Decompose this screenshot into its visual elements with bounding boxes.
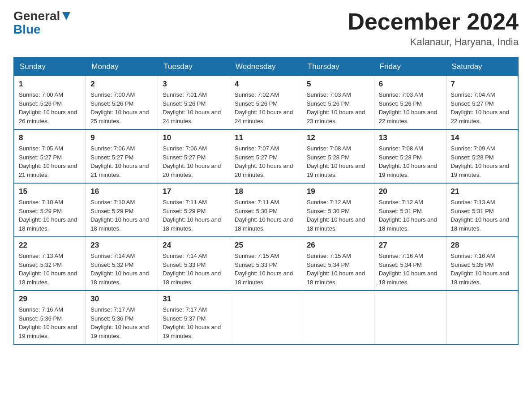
calendar-cell: 13 Sunrise: 7:08 AM Sunset: 5:28 PM Dayl…	[374, 129, 446, 183]
sunset-label: Sunset: 5:26 PM	[19, 100, 62, 107]
day-info: Sunrise: 7:03 AM Sunset: 5:26 PM Dayligh…	[307, 90, 369, 125]
daylight-label: Daylight: 10 hours and 19 minutes.	[307, 163, 365, 178]
daylight-label: Daylight: 10 hours and 19 minutes.	[163, 324, 221, 339]
day-number: 24	[163, 241, 225, 250]
daylight-label: Daylight: 10 hours and 22 minutes.	[451, 109, 509, 124]
calendar-cell: 14 Sunrise: 7:09 AM Sunset: 5:28 PM Dayl…	[446, 129, 518, 183]
daylight-label: Daylight: 10 hours and 19 minutes.	[90, 324, 149, 339]
daylight-label: Daylight: 10 hours and 20 minutes.	[235, 163, 293, 178]
day-number: 1	[19, 80, 81, 89]
day-number: 17	[163, 187, 225, 196]
month-title: December 2024	[348, 9, 519, 34]
day-number: 6	[379, 80, 442, 89]
daylight-label: Daylight: 10 hours and 21 minutes.	[90, 163, 149, 178]
daylight-label: Daylight: 10 hours and 21 minutes.	[19, 163, 77, 178]
daylight-label: Daylight: 10 hours and 18 minutes.	[307, 270, 365, 286]
calendar-table: Sunday Monday Tuesday Wednesday Thursday…	[13, 57, 519, 345]
day-number: 12	[307, 133, 369, 142]
logo: General Blue	[13, 9, 70, 36]
calendar-week-2: 8 Sunrise: 7:05 AM Sunset: 5:27 PM Dayli…	[14, 129, 518, 183]
header-friday: Friday	[374, 57, 446, 76]
daylight-label: Daylight: 10 hours and 18 minutes.	[451, 270, 509, 286]
day-number: 28	[451, 241, 513, 250]
day-info: Sunrise: 7:07 AM Sunset: 5:27 PM Dayligh…	[235, 144, 297, 179]
day-number: 3	[163, 80, 225, 89]
daylight-label: Daylight: 10 hours and 18 minutes.	[19, 216, 77, 232]
sunset-label: Sunset: 5:35 PM	[451, 261, 494, 268]
calendar-cell	[374, 291, 446, 344]
location-text: Kalanaur, Haryana, India	[348, 36, 519, 48]
sunrise-label: Sunrise: 7:06 AM	[163, 145, 207, 152]
title-section: December 2024 Kalanaur, Haryana, India	[348, 9, 519, 48]
day-info: Sunrise: 7:08 AM Sunset: 5:28 PM Dayligh…	[379, 144, 442, 179]
sunrise-label: Sunrise: 7:01 AM	[163, 91, 207, 98]
calendar-cell: 21 Sunrise: 7:13 AM Sunset: 5:31 PM Dayl…	[446, 183, 518, 237]
day-number: 22	[19, 241, 81, 250]
day-number: 23	[90, 241, 153, 250]
calendar-cell: 15 Sunrise: 7:10 AM Sunset: 5:29 PM Dayl…	[14, 183, 86, 237]
calendar-cell: 3 Sunrise: 7:01 AM Sunset: 5:26 PM Dayli…	[158, 76, 230, 130]
sunrise-label: Sunrise: 7:04 AM	[451, 91, 495, 98]
day-number: 30	[90, 295, 153, 304]
sunset-label: Sunset: 5:29 PM	[19, 208, 62, 214]
sunset-label: Sunset: 5:30 PM	[235, 208, 278, 214]
header-tuesday: Tuesday	[158, 57, 230, 76]
calendar-cell: 9 Sunrise: 7:06 AM Sunset: 5:27 PM Dayli…	[86, 129, 158, 183]
sunset-label: Sunset: 5:27 PM	[451, 100, 494, 107]
day-info: Sunrise: 7:16 AM Sunset: 5:36 PM Dayligh…	[19, 305, 81, 340]
daylight-label: Daylight: 10 hours and 18 minutes.	[163, 270, 221, 286]
sunset-label: Sunset: 5:28 PM	[307, 154, 350, 161]
sunrise-label: Sunrise: 7:00 AM	[19, 91, 63, 98]
sunrise-label: Sunrise: 7:13 AM	[19, 253, 63, 259]
sunset-label: Sunset: 5:26 PM	[90, 100, 133, 107]
sunset-label: Sunset: 5:29 PM	[90, 208, 133, 214]
sunrise-label: Sunrise: 7:06 AM	[90, 145, 135, 152]
calendar-cell: 30 Sunrise: 7:17 AM Sunset: 5:36 PM Dayl…	[86, 291, 158, 344]
sunrise-label: Sunrise: 7:15 AM	[307, 253, 351, 259]
header-saturday: Saturday	[446, 57, 518, 76]
sunrise-label: Sunrise: 7:08 AM	[379, 145, 423, 152]
day-info: Sunrise: 7:16 AM Sunset: 5:35 PM Dayligh…	[451, 252, 513, 287]
sunrise-label: Sunrise: 7:14 AM	[163, 253, 207, 259]
calendar-week-5: 29 Sunrise: 7:16 AM Sunset: 5:36 PM Dayl…	[14, 291, 518, 344]
day-number: 20	[379, 187, 442, 196]
calendar-cell: 29 Sunrise: 7:16 AM Sunset: 5:36 PM Dayl…	[14, 291, 86, 344]
day-info: Sunrise: 7:03 AM Sunset: 5:26 PM Dayligh…	[379, 90, 442, 125]
daylight-label: Daylight: 10 hours and 18 minutes.	[451, 216, 509, 232]
svg-marker-0	[62, 12, 70, 20]
calendar-cell: 28 Sunrise: 7:16 AM Sunset: 5:35 PM Dayl…	[446, 237, 518, 291]
daylight-label: Daylight: 10 hours and 19 minutes.	[19, 324, 77, 339]
calendar-cell: 12 Sunrise: 7:08 AM Sunset: 5:28 PM Dayl…	[302, 129, 374, 183]
day-number: 27	[379, 241, 442, 250]
day-number: 18	[235, 187, 297, 196]
calendar-cell	[230, 291, 302, 344]
logo-general-text: General	[13, 9, 60, 23]
header-wednesday: Wednesday	[230, 57, 302, 76]
daylight-label: Daylight: 10 hours and 20 minutes.	[163, 163, 221, 178]
calendar-header-row: Sunday Monday Tuesday Wednesday Thursday…	[14, 57, 518, 76]
day-number: 11	[235, 133, 297, 142]
day-info: Sunrise: 7:13 AM Sunset: 5:32 PM Dayligh…	[19, 252, 81, 287]
daylight-label: Daylight: 10 hours and 24 minutes.	[163, 109, 221, 124]
logo-blue-text: Blue	[13, 23, 41, 36]
day-info: Sunrise: 7:11 AM Sunset: 5:29 PM Dayligh…	[163, 198, 225, 233]
sunset-label: Sunset: 5:32 PM	[90, 261, 133, 268]
sunrise-label: Sunrise: 7:15 AM	[235, 253, 279, 259]
day-number: 2	[90, 80, 153, 89]
day-info: Sunrise: 7:14 AM Sunset: 5:33 PM Dayligh…	[163, 252, 225, 287]
day-info: Sunrise: 7:05 AM Sunset: 5:27 PM Dayligh…	[19, 144, 81, 179]
calendar-cell: 6 Sunrise: 7:03 AM Sunset: 5:26 PM Dayli…	[374, 76, 446, 130]
day-number: 31	[163, 295, 225, 304]
day-info: Sunrise: 7:00 AM Sunset: 5:26 PM Dayligh…	[90, 90, 153, 125]
day-info: Sunrise: 7:16 AM Sunset: 5:34 PM Dayligh…	[379, 252, 442, 287]
daylight-label: Daylight: 10 hours and 23 minutes.	[307, 109, 365, 124]
day-number: 8	[19, 133, 81, 142]
calendar-cell	[302, 291, 374, 344]
sunset-label: Sunset: 5:31 PM	[379, 208, 422, 214]
day-info: Sunrise: 7:01 AM Sunset: 5:26 PM Dayligh…	[163, 90, 225, 125]
day-info: Sunrise: 7:02 AM Sunset: 5:26 PM Dayligh…	[235, 90, 297, 125]
day-number: 9	[90, 133, 153, 142]
calendar-cell: 25 Sunrise: 7:15 AM Sunset: 5:33 PM Dayl…	[230, 237, 302, 291]
sunset-label: Sunset: 5:32 PM	[19, 261, 62, 268]
sunset-label: Sunset: 5:27 PM	[19, 154, 62, 161]
